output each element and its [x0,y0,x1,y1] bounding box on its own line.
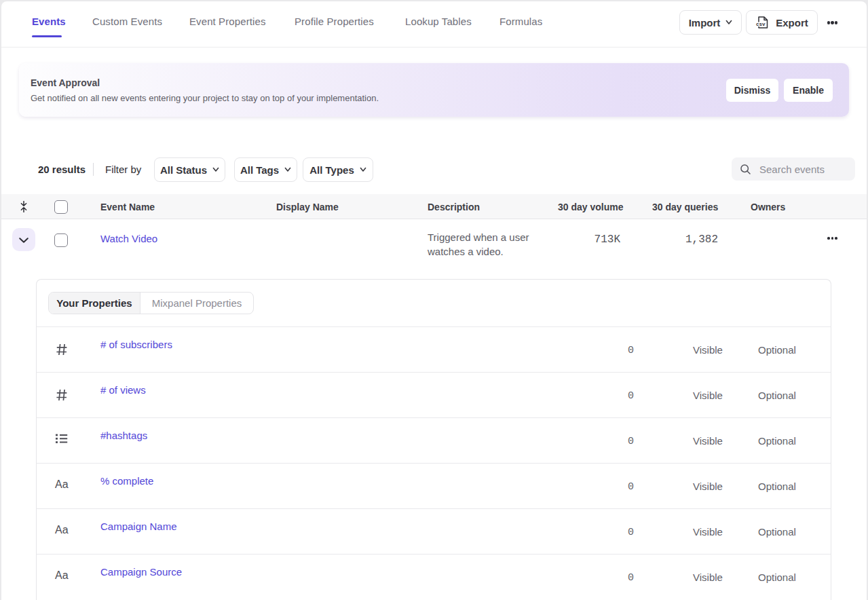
svg-text:csv: csv [756,22,766,27]
